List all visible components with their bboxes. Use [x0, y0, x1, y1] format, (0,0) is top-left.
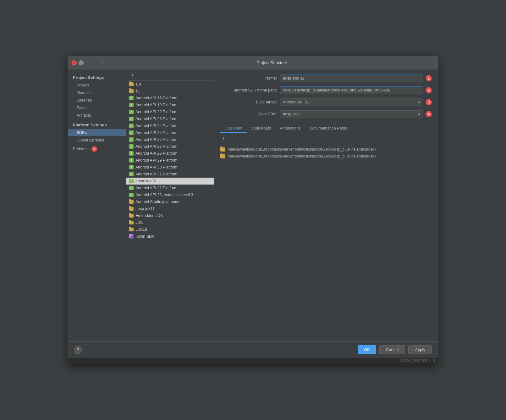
android-icon: A — [129, 96, 134, 100]
list-item[interactable]: A Android API 19 Platform — [126, 102, 214, 108]
problems-badge: 1 — [91, 146, 97, 152]
sdk-home-field-wrapper: 2 — [280, 86, 432, 94]
tab-annotations[interactable]: Annotations — [276, 124, 305, 133]
sdk-item-label: JDK — [135, 220, 143, 225]
folder-icon — [129, 228, 134, 231]
content-area: Project Settings Project Modules Librari… — [68, 69, 438, 337]
classpath-path: /media/wanbiao/disk1t/root/aosp-server/o… — [228, 147, 376, 152]
step-3-badge: 3 — [426, 99, 432, 105]
list-item[interactable]: A Android API 26 Platform — [126, 136, 214, 143]
list-item[interactable]: A Android API 23 Platform — [126, 115, 214, 122]
navigation-arrows: ← → — [87, 59, 106, 66]
folder-icon — [129, 82, 134, 86]
minimize-button[interactable] — [79, 60, 84, 65]
sidebar-item-project[interactable]: Project — [68, 82, 126, 89]
list-item[interactable]: A Android API 29 Platform — [126, 157, 214, 164]
list-item[interactable]: JDK18 — [126, 226, 214, 233]
list-item[interactable]: aosp-jdk11 — [126, 205, 214, 212]
step-1-badge: 1 — [426, 75, 432, 81]
sidebar-item-sdks[interactable]: SDKs — [68, 129, 126, 136]
list-item[interactable]: A Android API 24 Platform — [126, 122, 214, 129]
sidebar-item-modules[interactable]: Modules — [68, 89, 126, 96]
java-sdk-label: Java SDK: — [220, 112, 277, 116]
sdk-home-row: Android SDK home path: 2 — [220, 86, 432, 94]
java-sdk-wrapper: aosp-jdk11 ▾ 4 — [280, 110, 432, 118]
sdk-item-label: Android API 32 Platform — [135, 186, 177, 190]
android-icon: A — [129, 137, 134, 142]
problems-label: Problems — [73, 147, 90, 151]
list-item[interactable]: 1.8 — [126, 81, 214, 88]
android-icon: A — [129, 193, 134, 197]
list-item[interactable]: A Android API 33, extension level 3 — [126, 191, 214, 198]
ok-button[interactable]: OK — [358, 345, 376, 354]
cancel-button[interactable]: Cancel — [379, 345, 405, 354]
list-item[interactable]: A Android API 28 Platform — [126, 150, 214, 157]
name-row: Name: 1 — [220, 75, 432, 82]
detail-form: Name: 1 Android SDK home path: 2 — [214, 69, 438, 123]
sdk-item-label: Android API 28 Platform — [135, 151, 177, 156]
list-item[interactable]: Kotlin SDK — [126, 233, 214, 240]
name-field-wrapper: 1 — [280, 75, 432, 82]
sidebar-item-facets[interactable]: Facets — [68, 104, 126, 111]
name-input[interactable] — [280, 75, 423, 82]
sdk-item-label: Android API 22 Platform — [135, 110, 177, 114]
sidebar-item-global-libraries[interactable]: Global Libraries — [68, 137, 126, 144]
sdk-list-toolbar: + − — [126, 69, 214, 81]
android-icon: A — [129, 172, 134, 176]
list-item[interactable]: 11 — [126, 88, 214, 95]
sdk-item-label: Android API 24 Platform — [135, 124, 177, 128]
sdk-home-input[interactable] — [280, 86, 423, 94]
remove-sdk-button[interactable]: − — [138, 72, 145, 78]
tab-classpath[interactable]: Classpath — [220, 124, 247, 133]
add-sdk-button[interactable]: + — [129, 72, 136, 78]
classpath-content: /media/wanbiao/disk1t/root/aosp-server/o… — [214, 143, 438, 337]
list-item-selected[interactable]: A aosp-sdk 31 — [126, 178, 214, 185]
tab-sourcepath[interactable]: Sourcepath — [247, 124, 276, 133]
sdk-item-label: Android API 15 Platform — [135, 96, 177, 100]
back-button[interactable]: ← — [87, 59, 96, 66]
window-title: Project Structure — [109, 60, 434, 65]
list-item[interactable]: A Android API 32 Platform — [126, 185, 214, 191]
remove-classpath-button[interactable]: − — [229, 135, 236, 141]
android-icon: A — [129, 158, 134, 163]
problems-item[interactable]: Problems 1 — [68, 144, 126, 154]
project-structure-window: ✕ ← → Project Structure Project Settings… — [68, 56, 438, 364]
java-sdk-select[interactable]: aosp-jdk11 — [280, 111, 423, 118]
sdk-item-label: Android Studio java home — [135, 200, 180, 204]
folder-icon — [220, 147, 225, 152]
sidebar-item-artifacts[interactable]: Artifacts — [68, 112, 126, 119]
folder-icon — [129, 89, 134, 93]
list-item[interactable]: Android Studio java home — [126, 198, 214, 205]
list-item[interactable]: JDK — [126, 219, 214, 226]
sdk-item-label: 11 — [135, 89, 140, 93]
sdk-item-label: Android API 27 Platform — [135, 144, 177, 149]
android-icon: A — [129, 179, 134, 183]
forward-button[interactable]: → — [97, 59, 106, 66]
tab-documentation-paths[interactable]: Documentation Paths — [305, 124, 352, 133]
apply-button[interactable]: Apply — [408, 345, 432, 354]
sidebar-item-libraries[interactable]: Libraries — [68, 97, 126, 104]
close-button[interactable]: ✕ — [72, 60, 77, 65]
sdk-item-label: Android API 26 Platform — [135, 137, 177, 142]
list-item[interactable]: A Android API 31 Platform — [126, 171, 214, 178]
android-icon: A — [129, 144, 134, 149]
name-label: Name: — [220, 76, 277, 80]
list-item: /media/wanbiao/disk1t/root/aosp-server/o… — [220, 153, 432, 160]
sdk-item-label: aosp-jdk11 — [135, 207, 155, 211]
sdk-item-label: Android API 31 Platform — [135, 172, 177, 176]
project-settings-section: Project Settings — [68, 73, 126, 81]
build-target-select[interactable]: Android API 31 — [280, 99, 423, 106]
list-item[interactable]: A Android API 22 Platform — [126, 108, 214, 115]
step-4-badge: 4 — [426, 111, 432, 117]
list-item[interactable]: A Android API 27 Platform — [126, 143, 214, 150]
classpath-path: /media/wanbiao/disk1t/root/aosp-server/o… — [228, 154, 376, 158]
list-item[interactable]: Embedded JDK — [126, 212, 214, 219]
list-item[interactable]: A Android API 25 Platform — [126, 129, 214, 136]
sdk-list-items: 1.8 11 A Android API 15 Platform A Andro… — [126, 81, 214, 337]
list-item[interactable]: A Android API 30 Platform — [126, 164, 214, 171]
sdk-item-label: 1.8 — [135, 82, 141, 86]
step-2-badge: 2 — [426, 87, 432, 93]
help-button[interactable]: ? — [74, 346, 82, 354]
list-item[interactable]: A Android API 15 Platform — [126, 95, 214, 102]
add-classpath-button[interactable]: + — [220, 135, 227, 141]
